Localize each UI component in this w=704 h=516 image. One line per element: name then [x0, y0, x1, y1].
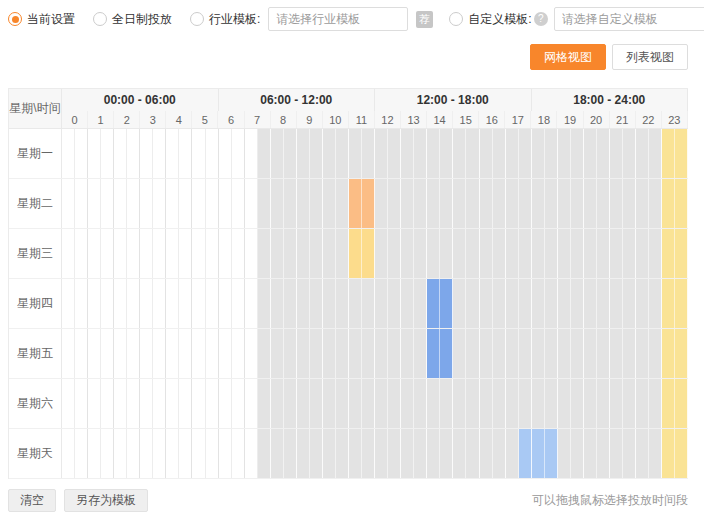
grid-cell[interactable]	[532, 229, 545, 278]
grid-cell[interactable]	[571, 329, 584, 378]
grid-cell[interactable]	[519, 329, 532, 378]
grid-cell[interactable]	[466, 379, 479, 428]
grid-cell[interactable]	[662, 229, 675, 278]
grid-cell[interactable]	[532, 129, 545, 178]
grid-cell[interactable]	[466, 429, 479, 478]
grid-cell[interactable]	[192, 379, 205, 428]
grid-cell[interactable]	[75, 229, 88, 278]
grid-cell[interactable]	[297, 279, 310, 328]
grid-cell[interactable]	[506, 179, 519, 228]
grid-cell[interactable]	[662, 329, 675, 378]
grid-cell[interactable]	[571, 129, 584, 178]
grid-cell[interactable]	[101, 379, 114, 428]
grid-cell[interactable]	[362, 379, 375, 428]
grid-cell[interactable]	[440, 429, 453, 478]
grid-cell[interactable]	[675, 179, 688, 228]
grid-cell[interactable]	[323, 229, 336, 278]
grid-cell[interactable]	[153, 329, 166, 378]
grid-cell[interactable]	[219, 279, 232, 328]
grid-cell[interactable]	[310, 229, 323, 278]
radio-current-settings[interactable]: 当前设置	[8, 11, 75, 28]
grid-cell[interactable]	[519, 229, 532, 278]
grid-cell[interactable]	[480, 279, 493, 328]
grid-cell[interactable]	[101, 129, 114, 178]
grid-cell[interactable]	[440, 129, 453, 178]
grid-cell[interactable]	[206, 129, 219, 178]
grid-cell[interactable]	[662, 279, 675, 328]
grid-cell[interactable]	[545, 229, 558, 278]
grid-cell[interactable]	[545, 279, 558, 328]
grid-cell[interactable]	[636, 129, 649, 178]
grid-cell[interactable]	[88, 379, 101, 428]
grid-cell[interactable]	[649, 129, 662, 178]
grid-cell[interactable]	[297, 129, 310, 178]
grid-cell[interactable]	[258, 329, 271, 378]
grid-cell[interactable]	[192, 129, 205, 178]
grid-cell[interactable]	[232, 229, 245, 278]
grid-cell[interactable]	[245, 229, 258, 278]
grid-cell[interactable]	[219, 129, 232, 178]
grid-cell[interactable]	[414, 429, 427, 478]
grid-cell[interactable]	[271, 329, 284, 378]
grid-cell[interactable]	[323, 279, 336, 328]
grid-cell[interactable]	[114, 179, 127, 228]
grid-cell[interactable]	[271, 129, 284, 178]
grid-cell[interactable]	[453, 279, 466, 328]
grid-cell[interactable]	[75, 329, 88, 378]
grid-cell[interactable]	[388, 279, 401, 328]
grid-cell[interactable]	[336, 279, 349, 328]
grid-cell[interactable]	[649, 279, 662, 328]
grid-cell[interactable]	[466, 279, 479, 328]
grid-cell[interactable]	[245, 279, 258, 328]
grid-cell[interactable]	[453, 229, 466, 278]
grid-cell[interactable]	[127, 379, 140, 428]
grid-cell[interactable]	[440, 229, 453, 278]
grid-cell[interactable]	[258, 429, 271, 478]
grid-cell[interactable]	[493, 329, 506, 378]
grid-cell[interactable]	[62, 279, 75, 328]
grid-cell[interactable]	[336, 229, 349, 278]
grid-cell[interactable]	[166, 279, 179, 328]
grid-cell[interactable]	[127, 129, 140, 178]
grid-cell[interactable]	[297, 179, 310, 228]
clear-button[interactable]: 清空	[8, 489, 56, 512]
grid-cell[interactable]	[114, 329, 127, 378]
grid-cell[interactable]	[271, 229, 284, 278]
grid-cell[interactable]	[401, 129, 414, 178]
grid-cell[interactable]	[232, 279, 245, 328]
grid-cell[interactable]	[414, 379, 427, 428]
grid-cell[interactable]	[662, 429, 675, 478]
grid-cell[interactable]	[75, 129, 88, 178]
grid-cell[interactable]	[101, 179, 114, 228]
grid-cell[interactable]	[101, 279, 114, 328]
grid-cell[interactable]	[245, 329, 258, 378]
grid-cell[interactable]	[545, 429, 558, 478]
grid-cell[interactable]	[636, 429, 649, 478]
grid-cell[interactable]	[453, 329, 466, 378]
grid-cell[interactable]	[375, 129, 388, 178]
grid-cell[interactable]	[480, 229, 493, 278]
grid-cell[interactable]	[453, 129, 466, 178]
grid-cell[interactable]	[375, 379, 388, 428]
grid-cell[interactable]	[675, 379, 688, 428]
grid-cell[interactable]	[101, 229, 114, 278]
grid-cell[interactable]	[675, 279, 688, 328]
grid-cell[interactable]	[453, 379, 466, 428]
grid-cell[interactable]	[675, 129, 688, 178]
grid-cell[interactable]	[649, 179, 662, 228]
grid-cell[interactable]	[649, 229, 662, 278]
grid-cell[interactable]	[493, 279, 506, 328]
grid-cell[interactable]	[610, 229, 623, 278]
grid-cell[interactable]	[545, 129, 558, 178]
grid-cell[interactable]	[571, 379, 584, 428]
grid-cell[interactable]	[649, 329, 662, 378]
grid-cell[interactable]	[88, 179, 101, 228]
grid-cell[interactable]	[362, 129, 375, 178]
grid-cell[interactable]	[519, 179, 532, 228]
grid-cell[interactable]	[62, 379, 75, 428]
grid-cell[interactable]	[623, 379, 636, 428]
grid-cell[interactable]	[675, 429, 688, 478]
grid-cell[interactable]	[206, 329, 219, 378]
grid-cell[interactable]	[140, 429, 153, 478]
grid-cell[interactable]	[75, 279, 88, 328]
